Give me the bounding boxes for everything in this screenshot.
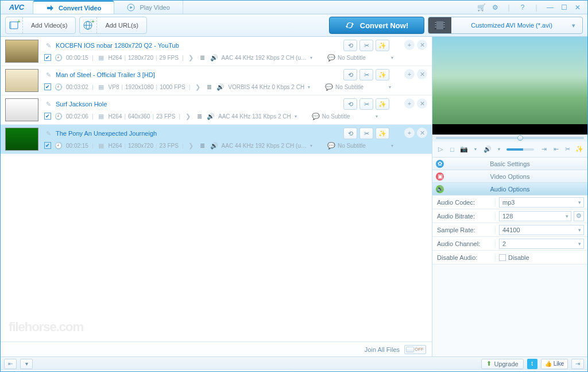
seek-bar[interactable] bbox=[432, 135, 587, 141]
facebook-like-button[interactable]: 👍 Like bbox=[541, 359, 568, 369]
add-button[interactable]: + bbox=[404, 69, 415, 79]
chevron-down-button[interactable]: ▾ bbox=[20, 359, 33, 369]
seek-thumb[interactable] bbox=[517, 135, 523, 141]
accordion-video-options[interactable]: ▣ Video Options bbox=[432, 170, 587, 183]
tab-convert-video[interactable]: Convert Video bbox=[33, 1, 114, 14]
file-thumbnail[interactable] bbox=[5, 98, 38, 121]
play-button[interactable]: ▷ bbox=[436, 144, 444, 155]
cut-button[interactable]: ✂ bbox=[359, 69, 373, 80]
audio-chevron[interactable]: ▾ bbox=[308, 85, 310, 90]
pencil-icon[interactable]: ✎ bbox=[44, 41, 52, 49]
effects-button[interactable]: ✨ bbox=[376, 128, 389, 139]
file-title[interactable]: The Pony An Unexpected Journeigh bbox=[56, 130, 157, 137]
mark-out-button[interactable]: ⇤ bbox=[552, 144, 560, 155]
mark-in-button[interactable]: ⇥ bbox=[540, 144, 548, 155]
maximize-icon[interactable]: ☐ bbox=[559, 2, 569, 13]
add-button[interactable]: + bbox=[404, 128, 415, 138]
file-row[interactable]: ✎ KOCBFN IOS nobar 1280x720 Q2 - YouTub … bbox=[1, 37, 432, 66]
audio-chevron[interactable]: ▾ bbox=[310, 143, 312, 148]
select-audio-bitrate[interactable]: 128 bbox=[499, 211, 571, 221]
scissors-icon[interactable]: ✂ bbox=[563, 144, 572, 155]
subtitle-chevron[interactable]: ▾ bbox=[391, 55, 393, 60]
subtitle-chevron[interactable]: ▾ bbox=[391, 143, 393, 148]
stop-button[interactable]: □ bbox=[447, 144, 456, 155]
gear-icon[interactable]: ⚙ bbox=[490, 2, 500, 13]
snapshot-button[interactable]: 📷 bbox=[459, 144, 468, 155]
subtitle-icon: 💬 bbox=[327, 53, 335, 62]
remove-button[interactable]: ✕ bbox=[417, 69, 427, 79]
output-preset-selector[interactable]: Customized AVI Movie (*.avi) ▾ bbox=[428, 17, 583, 34]
select-audio-channel[interactable]: 2 bbox=[499, 239, 584, 249]
select-sample-rate[interactable]: 44100 bbox=[499, 225, 584, 235]
file-checkbox[interactable]: ✔ bbox=[44, 142, 51, 149]
expand-icon[interactable]: ❯ bbox=[194, 83, 202, 91]
file-thumbnail[interactable] bbox=[5, 40, 38, 63]
wand-icon[interactable]: ✨ bbox=[575, 144, 584, 155]
remove-button[interactable]: ✕ bbox=[417, 40, 427, 50]
mixer-icon[interactable]: ≣ bbox=[199, 53, 207, 62]
cut-button[interactable]: ✂ bbox=[359, 128, 373, 139]
close-icon[interactable]: ✕ bbox=[572, 2, 583, 13]
add-urls-button[interactable]: + Add URL(s) bbox=[79, 17, 146, 34]
minimize-icon[interactable]: — bbox=[545, 2, 555, 13]
subtitle-chevron[interactable]: ▾ bbox=[376, 114, 378, 119]
effects-button[interactable]: ✨ bbox=[376, 98, 389, 110]
mixer-icon[interactable]: ≣ bbox=[199, 141, 207, 149]
file-thumbnail[interactable] bbox=[5, 128, 38, 151]
effects-button[interactable]: ✨ bbox=[376, 40, 389, 51]
file-checkbox[interactable]: ✔ bbox=[44, 83, 51, 90]
expand-icon[interactable]: ❯ bbox=[184, 112, 192, 120]
help-icon[interactable]: ? bbox=[517, 2, 528, 13]
volume-slider[interactable] bbox=[506, 148, 534, 151]
repeat-button[interactable]: ⟲ bbox=[343, 69, 357, 80]
add-button[interactable]: + bbox=[404, 40, 415, 50]
file-title[interactable]: KOCBFN IOS nobar 1280x720 Q2 - YouTub bbox=[56, 42, 179, 49]
video-preview[interactable] bbox=[432, 37, 587, 135]
snapshot-chevron[interactable]: ▾ bbox=[471, 144, 479, 155]
accordion-basic-settings[interactable]: ✿ Basic Settings bbox=[432, 158, 587, 170]
repeat-button[interactable]: ⟲ bbox=[343, 128, 357, 139]
pencil-icon[interactable]: ✎ bbox=[44, 100, 52, 108]
right-panel-toggle[interactable]: ⇥ bbox=[571, 359, 584, 369]
twitter-button[interactable]: t bbox=[527, 359, 537, 369]
mixer-icon[interactable]: ≣ bbox=[195, 112, 203, 120]
file-title[interactable]: Surf Jackson Hole bbox=[56, 101, 107, 108]
file-checkbox[interactable]: ✔ bbox=[44, 54, 51, 61]
effects-button[interactable]: ✨ bbox=[376, 69, 389, 80]
add-button[interactable]: + bbox=[404, 98, 415, 109]
file-row[interactable]: ✎ Surf Jackson Hole ⟲ ✂ ✨ + ✕ ✔ 🕘 00:02:… bbox=[1, 95, 432, 125]
join-files-toggle[interactable]: OFF bbox=[404, 345, 426, 354]
select-audio-codec[interactable]: mp3 bbox=[499, 197, 584, 208]
pencil-icon[interactable]: ✎ bbox=[44, 129, 52, 137]
upgrade-button[interactable]: ⬆ Upgrade bbox=[481, 359, 523, 369]
file-row[interactable]: ✎ The Pony An Unexpected Journeigh ⟲ ✂ ✨… bbox=[1, 125, 432, 154]
repeat-button[interactable]: ⟲ bbox=[343, 98, 357, 110]
pencil-icon[interactable]: ✎ bbox=[44, 71, 52, 79]
file-title[interactable]: Man of Steel - Official Trailer 3 [HD] bbox=[56, 71, 155, 78]
tab-play-video[interactable]: Play Video bbox=[114, 1, 183, 14]
bitrate-gear-button[interactable]: ⚙ bbox=[574, 211, 584, 221]
volume-icon[interactable]: 🔊 bbox=[483, 144, 492, 155]
expand-icon[interactable]: ❯ bbox=[187, 141, 195, 149]
expand-icon[interactable]: ❯ bbox=[187, 53, 195, 62]
convert-now-button[interactable]: Convert Now! bbox=[329, 17, 424, 34]
audio-chevron[interactable]: ▾ bbox=[310, 55, 312, 60]
file-row[interactable]: ✎ Man of Steel - Official Trailer 3 [HD]… bbox=[1, 66, 432, 95]
mixer-icon[interactable]: ≣ bbox=[205, 83, 213, 91]
cart-icon[interactable]: 🛒 bbox=[476, 2, 486, 13]
file-checkbox[interactable]: ✔ bbox=[44, 113, 51, 120]
accordion-audio-options[interactable]: 🔊 Audio Options bbox=[432, 183, 587, 195]
remove-button[interactable]: ✕ bbox=[417, 98, 427, 109]
volume-chevron[interactable]: ▾ bbox=[494, 144, 503, 155]
audio-chevron[interactable]: ▾ bbox=[295, 114, 297, 119]
cut-button[interactable]: ✂ bbox=[359, 40, 373, 51]
checkbox-disable-audio[interactable] bbox=[499, 254, 506, 261]
file-thumbnail[interactable] bbox=[5, 69, 38, 92]
cut-button[interactable]: ✂ bbox=[359, 98, 373, 110]
row-audio-bitrate: Audio Bitrate: 128 ⚙ bbox=[432, 209, 587, 223]
left-panel-toggle[interactable]: ⇤ bbox=[4, 359, 17, 369]
subtitle-chevron[interactable]: ▾ bbox=[389, 85, 391, 90]
add-videos-button[interactable]: + Add Video(s) bbox=[5, 17, 76, 34]
repeat-button[interactable]: ⟲ bbox=[343, 40, 357, 51]
remove-button[interactable]: ✕ bbox=[417, 128, 427, 138]
